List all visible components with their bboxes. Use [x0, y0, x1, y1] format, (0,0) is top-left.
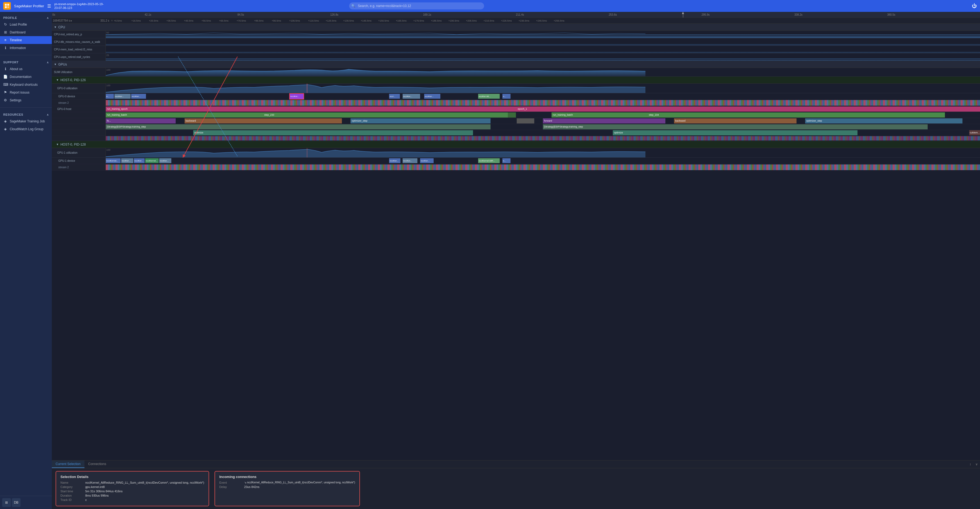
documentation-icon: 📄: [3, 75, 8, 79]
gpu1-util-content[interactable]: 100: [106, 148, 980, 157]
gpu0-host-ddp-content[interactable]: [Strategy]DDPStrategy.training_step [Str…: [106, 124, 980, 130]
detail-start-row: Start time 5m 31s 306ms 844us 416ns: [60, 490, 204, 493]
menu-icon[interactable]: ☰: [47, 3, 51, 9]
profile-section-chevron[interactable]: ∧: [47, 16, 49, 19]
tick-126s: 126.8s: [330, 13, 338, 16]
host0-section-header[interactable]: ▼ HOST-0, PID-126: [52, 76, 980, 84]
header: SageMaker Profiler ☰ pt-resnet-smppv-1xg…: [0, 0, 980, 12]
gpu0-device-label: GPU-0 device: [52, 93, 106, 100]
incoming-delay-value: 23us 842ns: [244, 485, 259, 488]
host0-collapse[interactable]: ▼: [56, 78, 59, 81]
detail-duration-row: Duration 8ms 930us 996ns: [60, 494, 204, 497]
gpu0-stream2-content[interactable]: [106, 100, 980, 106]
detail-name-row: Name ncclKernel_AllReduce_RING_LL_Sum_ui…: [60, 481, 204, 484]
sidebar-item-about-us[interactable]: ℹ About us: [0, 65, 52, 73]
gpu-section-header[interactable]: ▼ GPUs: [52, 61, 980, 68]
detail-track-label: Track ID: [60, 498, 82, 501]
cpu-track-label-3: CPU-mem_load_retired.l3_miss: [52, 46, 106, 53]
cpu-track-content-4[interactable]: 25: [106, 53, 980, 61]
support-section-header: Support ∧: [0, 59, 52, 65]
gpu0-host-text: GPU-0 host: [57, 108, 71, 111]
cpu-track-content-3[interactable]: [106, 46, 980, 53]
sidebar-item-load-profile[interactable]: ↻ Load Profile: [0, 21, 52, 28]
tracks-scroll[interactable]: ▼ CPU CPU-inst_retired.any_p 50: [52, 24, 980, 460]
resources-section-chevron[interactable]: ∧: [47, 113, 49, 116]
cloudwatch-icon: ◈: [3, 127, 8, 131]
sidebar-item-dashboard[interactable]: ⊞ Dashboard: [0, 28, 52, 36]
detail-category-label: Category: [60, 485, 82, 488]
detail-start-value: 5m 31s 306ms 844us 416ns: [85, 490, 123, 493]
cpu-track-itlb: CPU-itlb_misses.miss_causes_a_walk: [52, 38, 980, 46]
gpu1-stream1-content[interactable]: ncclKernel... ncclKer... ncclKer... nccl…: [106, 158, 980, 164]
settings-icon: ⚙: [3, 98, 8, 102]
gpu0-device-stream1: GPU-0 device n... ncclKer... ncclKer... …: [52, 93, 980, 100]
cpu-section-header[interactable]: ▼ CPU: [52, 24, 980, 31]
sidebar: Profile ∧ ↻ Load Profile ⊞ Dashboard ≡ T…: [0, 12, 52, 509]
sidebar-btn-1[interactable]: ⊞: [2, 498, 11, 507]
search-input[interactable]: [349, 2, 484, 10]
sidebar-btn-2[interactable]: DB: [12, 498, 21, 507]
cpu-track-content-1[interactable]: 50: [106, 31, 980, 38]
sidebar-bottom: ⊞ DB: [0, 496, 52, 509]
incoming-connections-box: Incoming connections Event ↘ ncclKernel_…: [215, 471, 360, 506]
tick-42s: 42.1s: [145, 13, 151, 16]
search-bar[interactable]: [349, 2, 484, 10]
sidebar-item-settings[interactable]: ⚙ Settings: [0, 96, 52, 104]
gpu1-util-track: GPU-1 utilization 100: [52, 148, 980, 158]
tab-current-selection[interactable]: Current Selection: [52, 460, 84, 468]
load-profile-icon: ↻: [3, 22, 8, 27]
tick-84s: 84.5s: [237, 13, 244, 16]
sidebar-item-report-issues[interactable]: ⚑ Report issuus: [0, 89, 52, 96]
gpu0-host-row-ddp: [Strategy]DDPStrategy.training_step [Str…: [52, 124, 980, 130]
gpu0-host-opt-content[interactable]: optimize optimize cuMem...: [106, 130, 980, 136]
detail-start-label: Start time: [60, 490, 82, 493]
sidebar-item-sagemaker-training[interactable]: ◈ SageMaker Training Job: [0, 117, 52, 125]
sidebar-item-keyboard-shortcuts[interactable]: ⌨ Keyboard shortcuts: [0, 81, 52, 89]
tab-connections[interactable]: Connections: [84, 460, 110, 468]
selection-tabs: Current Selection Connections ↕ ∨: [52, 460, 980, 468]
gpu0-host-run-training-content[interactable]: run_training_epoch epoch_1: [106, 106, 980, 112]
host1-label: HOST-0, PID-128: [60, 143, 86, 146]
sum-util-content[interactable]: 100: [106, 68, 980, 76]
sidebar-item-information[interactable]: ℹ Information: [0, 44, 52, 52]
app-title: SageMaker Profiler: [14, 4, 44, 8]
gpu0-host-step-content[interactable]: run_training_batch run_training_batch st…: [106, 112, 980, 118]
host1-collapse[interactable]: ▼: [56, 143, 59, 146]
gpu0-device-stream2: stream 2: [52, 100, 980, 106]
gpu0-util-label: GPU-0 utilization: [52, 84, 106, 93]
incoming-connections-title: Incoming connections: [220, 475, 355, 479]
gpu0-util-content[interactable]: 100: [106, 84, 980, 93]
gpu1-stream2-content[interactable]: [106, 164, 980, 170]
gpu0-stream1-content[interactable]: n... ncclKer... ncclKer... ncclKer... nc…: [106, 93, 980, 100]
gpu0-host-fwd-spacer: [52, 118, 106, 124]
detail-category-value: gpu.kernel.int8: [85, 485, 105, 488]
svg-rect-3: [7, 6, 9, 8]
sidebar-item-timeline[interactable]: ≡ Timeline: [0, 36, 52, 44]
detail-name-value: ncclKernel_AllReduce_RING_LL_Sum_uint8_t…: [85, 481, 204, 484]
gpu0-host-dense-content[interactable]: [106, 136, 980, 141]
power-icon[interactable]: ⏻: [972, 3, 977, 9]
sidebar-item-cloudwatch[interactable]: ◈ CloudWatch Log Group: [0, 125, 52, 133]
zoom-out-icon[interactable]: ↕: [967, 460, 973, 468]
sum-util-track: SUM Utilization 100: [52, 68, 980, 76]
app-logo: [3, 2, 11, 10]
gpu-collapse[interactable]: ▼: [54, 63, 57, 66]
expand-icon[interactable]: ∨: [973, 460, 980, 468]
scale-25: 25: [106, 54, 109, 57]
profile-section-header: Profile ∧: [0, 14, 52, 21]
cpu-track-label-2: CPU-itlb_misses.miss_causes_a_walk: [52, 38, 106, 46]
cpu-collapse[interactable]: ▼: [54, 25, 57, 29]
gpu0-host-fwd-content[interactable]: fo... backward optimizer_step forward ba…: [106, 118, 980, 124]
cpu-track-inst-retired: CPU-inst_retired.any_p 50: [52, 31, 980, 38]
host1-section-header[interactable]: ▼ HOST-0, PID-128: [52, 141, 980, 148]
svg-rect-4: [307, 84, 307, 93]
dashboard-icon: ⊞: [3, 30, 8, 34]
support-section-chevron[interactable]: ∧: [47, 61, 49, 64]
gpu-label: GPUs: [58, 63, 67, 66]
content-area: 0s 42.1s 84.5s 126.8s 169.1s 211.4s 253.…: [52, 12, 980, 509]
cpu-track-label-4: CPU-uops_retired.stall_cycles: [52, 53, 106, 61]
tick-169s: 169.1s: [423, 13, 431, 16]
profile-id: pt-resnet-smppv-1xg4dn-2023-05-19- 23-07…: [54, 2, 103, 10]
cpu-track-content-2[interactable]: [106, 38, 980, 46]
sidebar-item-documentation[interactable]: 📄 Documentation: [0, 73, 52, 81]
